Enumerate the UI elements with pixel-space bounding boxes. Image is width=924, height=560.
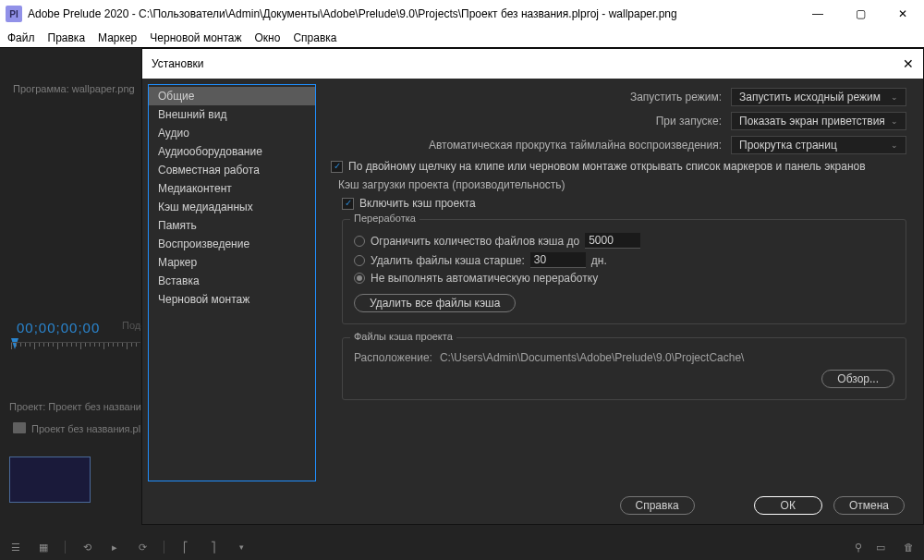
bin-icon[interactable]: ▭: [874, 541, 887, 554]
next-icon[interactable]: ⟳: [136, 541, 149, 554]
launch-mode-value: Запустить исходный режим: [739, 91, 881, 103]
category-item[interactable]: Кэш медиаданных: [149, 198, 315, 216]
category-item[interactable]: Общие: [149, 87, 315, 105]
chevron-down-icon: ⌄: [891, 140, 898, 150]
category-item[interactable]: Вставка: [149, 272, 315, 290]
program-panel-label: Программа: wallpaper.png: [13, 83, 135, 94]
project-file-label[interactable]: Проект без названия.plp: [31, 423, 146, 434]
menu-file[interactable]: Файл: [7, 31, 35, 44]
category-item[interactable]: Совместная работа: [149, 161, 315, 179]
menu-help[interactable]: Справка: [293, 31, 336, 44]
location-label: Расположение:: [354, 351, 432, 364]
scroll-label: Автоматическая прокрутка таймлайна воспр…: [429, 139, 722, 152]
chevron-down-icon: ⌄: [891, 92, 898, 102]
older-label: Удалить файлы кэша старше:: [371, 254, 525, 267]
app-icon: Pl: [6, 6, 22, 22]
preferences-dialog: Установки ✕ ОбщиеВнешний видАудиоАудиооб…: [141, 48, 924, 525]
dblclick-checkbox[interactable]: [331, 161, 343, 173]
dialog-close-button[interactable]: ✕: [903, 56, 914, 71]
cachefiles-legend: Файлы кэша проекта: [350, 331, 456, 342]
older-input[interactable]: [530, 252, 586, 268]
dialog-body: ОбщиеВнешний видАудиоАудиооборудованиеСо…: [142, 79, 923, 487]
category-item[interactable]: Внешний вид: [149, 105, 315, 124]
noauto-radio[interactable]: [354, 273, 365, 284]
startup-label: При запуске:: [656, 115, 722, 128]
folder-icon: [13, 422, 26, 433]
thumbnail-view-icon[interactable]: ▦: [37, 541, 50, 554]
ok-button[interactable]: ОК: [754, 496, 822, 515]
limit-input[interactable]: [585, 233, 640, 249]
enable-cache-checkbox[interactable]: [342, 198, 354, 210]
cache-section-label: Кэш загрузки проекта (производительность…: [338, 178, 906, 191]
startup-dropdown[interactable]: Показать экран приветствия ⌄: [731, 112, 906, 130]
help-button[interactable]: Справка: [620, 496, 695, 515]
dialog-titlebar: Установки ✕: [142, 49, 923, 79]
startup-value: Показать экран приветствия: [739, 115, 885, 128]
browse-button[interactable]: Обзор...: [821, 370, 894, 388]
category-list: ОбщиеВнешний видАудиоАудиооборудованиеСо…: [148, 84, 316, 481]
menu-edit[interactable]: Правка: [48, 31, 86, 44]
divider: [65, 541, 66, 554]
category-item[interactable]: Маркер: [149, 253, 315, 272]
close-button[interactable]: ✕: [881, 0, 924, 28]
location-value: C:\Users\Admin\Documents\Adobe\Prelude\9…: [440, 351, 745, 364]
window-controls: — ▢ ✕: [796, 0, 924, 28]
mark-out-icon[interactable]: ⎤: [207, 541, 220, 554]
titlebar: Pl Adobe Prelude 2020 - C:\Пользователи\…: [0, 0, 924, 28]
noauto-label: Не выполнять автоматическую переработку: [371, 272, 598, 285]
chevron-down-icon: ⌄: [891, 116, 898, 126]
prev-icon[interactable]: ⟲: [80, 541, 93, 554]
limit-radio[interactable]: [354, 236, 365, 247]
category-item[interactable]: Память: [149, 216, 315, 235]
category-content: Запустить режим: Запустить исходный режи…: [322, 79, 923, 487]
dialog-title-text: Установки: [152, 57, 203, 70]
scroll-value: Прокрутка страниц: [739, 139, 837, 152]
link-icon[interactable]: ⚲: [852, 541, 865, 554]
divider: [164, 541, 164, 554]
menu-marker[interactable]: Маркер: [98, 31, 137, 44]
trash-icon[interactable]: 🗑: [902, 541, 915, 554]
window-title: Adobe Prelude 2020 - C:\Пользователи\Adm…: [28, 7, 796, 20]
category-item[interactable]: Аудио: [149, 124, 315, 142]
recycle-legend: Переработка: [350, 213, 419, 224]
chevron-down-icon[interactable]: ▾: [235, 541, 248, 554]
category-item[interactable]: Черновой монтаж: [149, 290, 315, 309]
older-radio[interactable]: [354, 255, 365, 266]
enable-cache-label: Включить кэш проекта: [359, 197, 476, 210]
bottom-toolbar: ☰ ▦ ⟲ ▸ ⟳ ⎡ ⎤ ▾ ⚲ ▭ 🗑: [0, 534, 924, 560]
category-item[interactable]: Аудиооборудование: [149, 142, 315, 161]
dblclick-label: По двойному щелчку на клипе или черновом…: [348, 160, 866, 173]
app-body: Программа: wallpaper.png онт... ⌕ 00;00;…: [0, 48, 924, 560]
play-icon[interactable]: ▸: [108, 541, 121, 554]
maximize-button[interactable]: ▢: [839, 0, 881, 28]
cancel-button[interactable]: Отмена: [833, 496, 905, 515]
scroll-dropdown[interactable]: Прокрутка страниц ⌄: [731, 136, 906, 154]
menu-window[interactable]: Окно: [255, 31, 281, 44]
dialog-footer: Справка ОК Отмена: [142, 487, 923, 524]
cachefiles-fieldset: Файлы кэша проекта Расположение: C:\User…: [342, 337, 906, 400]
mark-in-icon[interactable]: ⎡: [179, 541, 192, 554]
category-item[interactable]: Воспроизведение: [149, 235, 315, 253]
minimize-button[interactable]: —: [796, 0, 839, 28]
timeline-ruler[interactable]: [11, 342, 140, 355]
older-unit: дн.: [591, 254, 607, 267]
clip-thumbnail[interactable]: [9, 457, 91, 503]
project-panel-label: Проект: Проект без названи: [9, 401, 141, 412]
list-view-icon[interactable]: ☰: [9, 541, 22, 554]
delete-all-button[interactable]: Удалить все файлы кэша: [354, 294, 516, 312]
category-item[interactable]: Медиаконтент: [149, 179, 315, 198]
recycle-fieldset: Переработка Ограничить количество файлов…: [342, 219, 906, 324]
limit-label: Ограничить количество файлов кэша до: [371, 235, 579, 248]
timecode-display[interactable]: 00;00;00;00: [17, 320, 100, 335]
menubar: Файл Правка Маркер Черновой монтаж Окно …: [0, 28, 924, 48]
launch-mode-dropdown[interactable]: Запустить исходный режим ⌄: [731, 88, 906, 106]
launch-mode-label: Запустить режим:: [630, 91, 722, 103]
menu-roughcut[interactable]: Черновой монтаж: [150, 31, 241, 44]
